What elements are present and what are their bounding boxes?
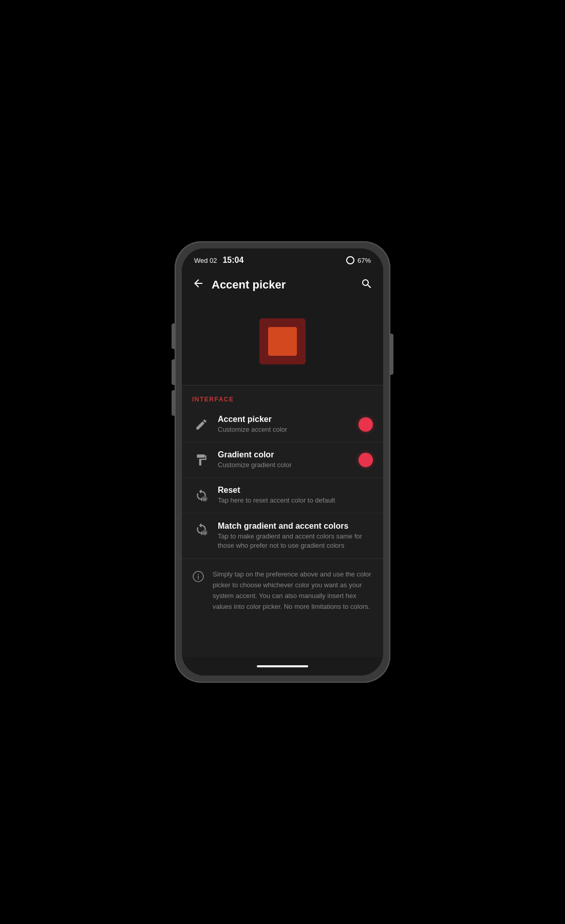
battery-percent: 67% <box>357 257 371 264</box>
setting-subtitle-match-gradient: Tap to make gradient and accent colors s… <box>218 532 373 550</box>
phone-frame: Wed 02 15:04 67% Accent picker <box>175 241 390 683</box>
info-section: Simply tap on the preference above and u… <box>182 559 383 622</box>
battery-icon <box>346 256 354 264</box>
pencil-icon <box>192 418 211 431</box>
setting-title-match-gradient: Match gradient and accent colors <box>218 522 373 531</box>
setting-subtitle-accent-picker: Customize accent color <box>218 425 352 434</box>
status-clock: 15:04 <box>222 256 243 264</box>
svg-text:G: G <box>203 531 206 535</box>
bottom-indicator <box>182 657 383 676</box>
setting-text-gradient: Gradient color Customize gradient color <box>218 450 352 470</box>
setting-title-reset: Reset <box>218 486 373 495</box>
nav-bar <box>257 665 308 667</box>
status-time: Wed 02 15:04 <box>194 256 243 265</box>
setting-title-accent-picker: Accent picker <box>218 415 352 424</box>
setting-subtitle-reset: Tap here to reset accent color to defaul… <box>218 496 373 505</box>
setting-text-reset: Reset Tap here to reset accent color to … <box>218 486 373 505</box>
reset-icon: G <box>192 489 211 502</box>
status-date: Wed 02 <box>194 257 217 264</box>
setting-item-accent-picker[interactable]: Accent picker Customize accent color <box>182 407 383 442</box>
page-title: Accent picker <box>212 278 361 292</box>
svg-text:G: G <box>203 497 206 502</box>
color-box-outer <box>259 318 306 364</box>
search-button[interactable] <box>361 278 373 293</box>
setting-title-gradient: Gradient color <box>218 450 352 459</box>
toggle-gradient[interactable] <box>359 453 373 467</box>
toggle-accent-picker[interactable] <box>359 417 373 432</box>
setting-item-match-gradient[interactable]: G Match gradient and accent colors Tap t… <box>182 513 383 559</box>
section-header-interface: INTERFACE <box>182 386 383 407</box>
setting-subtitle-gradient: Customize gradient color <box>218 460 352 470</box>
setting-item-gradient-color[interactable]: Gradient color Customize gradient color <box>182 442 383 477</box>
paint-roller-icon <box>192 453 211 467</box>
setting-text-accent-picker: Accent picker Customize accent color <box>218 415 352 434</box>
status-bar: Wed 02 15:04 67% <box>182 248 383 269</box>
color-preview-area <box>182 303 383 385</box>
color-box-inner <box>268 327 297 356</box>
match-gradient-icon: G <box>192 523 211 536</box>
status-right: 67% <box>346 256 371 264</box>
phone-screen: Wed 02 15:04 67% Accent picker <box>182 248 383 676</box>
info-icon <box>192 570 204 585</box>
app-bar: Accent picker <box>182 269 383 303</box>
setting-item-reset[interactable]: G Reset Tap here to reset accent color t… <box>182 478 383 513</box>
setting-text-match-gradient: Match gradient and accent colors Tap to … <box>218 522 373 550</box>
settings-list: INTERFACE Accent picker Customize accent… <box>182 386 383 657</box>
info-text: Simply tap on the preference above and u… <box>213 569 373 612</box>
back-button[interactable] <box>192 275 209 295</box>
